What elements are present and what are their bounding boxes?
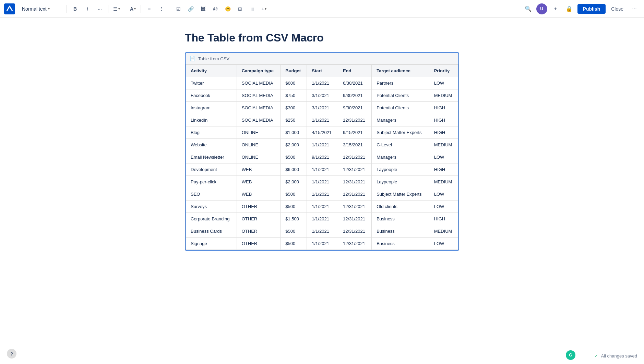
table-cell: WEB	[237, 163, 281, 176]
columns-icon: ⫼	[250, 6, 255, 12]
chevron-down-icon: ▾	[48, 7, 50, 11]
table-cell: 9/15/2021	[338, 126, 371, 139]
table-row: FacebookSOCIAL MEDIA$7503/1/20219/30/202…	[186, 89, 458, 102]
table-cell: SOCIAL MEDIA	[237, 89, 281, 102]
table-row: SEOWEB$5001/1/202112/31/2021Subject Matt…	[186, 188, 458, 201]
table-cell: $1,500	[281, 213, 307, 225]
table-cell: Signage	[186, 238, 237, 250]
alignment-button[interactable]: ☰ ▾	[111, 3, 122, 14]
table-cell: LOW	[429, 77, 458, 89]
table-cell: SOCIAL MEDIA	[237, 77, 281, 89]
table-cell: Old clients	[372, 201, 429, 213]
bullet-list-button[interactable]: ≡	[144, 3, 155, 14]
table-body: TwitterSOCIAL MEDIA$6001/1/20216/30/2021…	[186, 77, 458, 250]
chevron-insert-icon: ▾	[265, 7, 266, 11]
csv-data-table: ActivityCampaign typeBudgetStartEndTarge…	[186, 64, 458, 250]
table-cell: ONLINE	[237, 139, 281, 151]
table-macro-header: 📄 Table from CSV	[186, 53, 458, 64]
chevron-color-icon: ▾	[134, 7, 136, 11]
table-column-header: Activity	[186, 65, 237, 77]
page-title[interactable]: The Table from CSV Macro	[185, 32, 459, 44]
divider-1	[67, 5, 67, 13]
restrict-button[interactable]: 🔒	[564, 3, 575, 14]
text-style-label: Normal text	[22, 6, 47, 12]
table-cell: 3/1/2021	[307, 89, 338, 102]
table-cell: 12/31/2021	[338, 163, 371, 176]
table-cell: LOW	[429, 151, 458, 163]
more-options-button[interactable]: ···	[629, 3, 640, 14]
task-button[interactable]: ☑	[173, 3, 184, 14]
table-cell: LinkedIn	[186, 114, 237, 126]
table-row: SurveysOTHER$5001/1/202112/31/2021Old cl…	[186, 201, 458, 213]
plus-small-icon: +	[261, 6, 264, 12]
table-cell: 12/31/2021	[338, 225, 371, 238]
table-cell: $500	[281, 151, 307, 163]
table-cell: Managers	[372, 151, 429, 163]
table-cell: OTHER	[237, 201, 281, 213]
mention-button[interactable]: @	[210, 3, 221, 14]
table-cell: $300	[281, 102, 307, 114]
table-cell: $1,000	[281, 126, 307, 139]
image-button[interactable]: 🖼	[198, 3, 208, 14]
table-cell: HIGH	[429, 163, 458, 176]
text-color-icon: A	[130, 6, 133, 12]
table-cell: 12/31/2021	[338, 188, 371, 201]
italic-button[interactable]: I	[82, 3, 93, 14]
table-cell: Subject Matter Experts	[372, 188, 429, 201]
table-cell: Pay-per-click	[186, 176, 237, 188]
table-cell: 9/1/2021	[307, 151, 338, 163]
search-button[interactable]: 🔍	[523, 3, 534, 14]
table-cell: LOW	[429, 188, 458, 201]
table-cell: MEDIUM	[429, 89, 458, 102]
table-cell: $6,000	[281, 163, 307, 176]
publish-button[interactable]: Publish	[577, 4, 606, 14]
table-cell: 9/30/2021	[338, 102, 371, 114]
table-header-row: ActivityCampaign typeBudgetStartEndTarge…	[186, 65, 458, 77]
add-collaborator-button[interactable]: +	[550, 3, 561, 14]
table-cell: 1/1/2021	[307, 188, 338, 201]
link-button[interactable]: 🔗	[185, 3, 196, 14]
table-cell: LOW	[429, 201, 458, 213]
divider-3	[125, 5, 125, 13]
table-cell: 3/1/2021	[307, 102, 338, 114]
table-row: LinkedInSOCIAL MEDIA$2501/1/202112/31/20…	[186, 114, 458, 126]
table-cell: 1/1/2021	[307, 139, 338, 151]
table-cell: Laypeople	[372, 176, 429, 188]
table-cell: Partners	[372, 77, 429, 89]
table-row: Business CardsOTHER$5001/1/202112/31/202…	[186, 225, 458, 238]
app-logo[interactable]	[4, 3, 15, 14]
link-icon: 🔗	[188, 6, 194, 12]
svg-rect-0	[4, 3, 15, 14]
table-cell: 1/1/2021	[307, 114, 338, 126]
bold-button[interactable]: B	[70, 3, 81, 14]
divider-2	[108, 5, 108, 13]
emoji-button[interactable]: 😊	[222, 3, 233, 14]
insert-button[interactable]: + ▾	[259, 3, 269, 14]
table-cell: HIGH	[429, 102, 458, 114]
table-column-header: Priority	[429, 65, 458, 77]
table-column-header: Start	[307, 65, 338, 77]
table-icon: ⊞	[238, 6, 242, 12]
table-row: BlogONLINE$1,0004/15/20219/15/2021Subjec…	[186, 126, 458, 139]
avatar[interactable]: U	[536, 3, 547, 14]
more-formatting-button[interactable]: ···	[94, 3, 105, 14]
table-cell: Potential Clients	[372, 89, 429, 102]
search-icon: 🔍	[525, 5, 532, 12]
chevron-align-icon: ▾	[118, 7, 120, 11]
mention-icon: @	[213, 6, 218, 12]
text-style-dropdown[interactable]: Normal text ▾	[19, 5, 64, 13]
table-row: SignageOTHER$5001/1/202112/31/2021Busine…	[186, 238, 458, 250]
columns-button[interactable]: ⫼	[247, 3, 258, 14]
numbered-list-button[interactable]: ⋮	[156, 3, 167, 14]
table-cell: OTHER	[237, 225, 281, 238]
csv-macro-icon: 📄	[190, 56, 195, 61]
text-color-button[interactable]: A ▾	[128, 3, 138, 14]
table-cell: Subject Matter Experts	[372, 126, 429, 139]
table-button[interactable]: ⊞	[235, 3, 246, 14]
table-cell: 6/30/2021	[338, 77, 371, 89]
toolbar-right: 🔍 U + 🔒 Publish Close ···	[523, 3, 640, 14]
table-cell: 9/30/2021	[338, 89, 371, 102]
table-row: InstagramSOCIAL MEDIA$3003/1/20219/30/20…	[186, 102, 458, 114]
table-cell: 12/31/2021	[338, 151, 371, 163]
close-button[interactable]: Close	[608, 4, 626, 14]
